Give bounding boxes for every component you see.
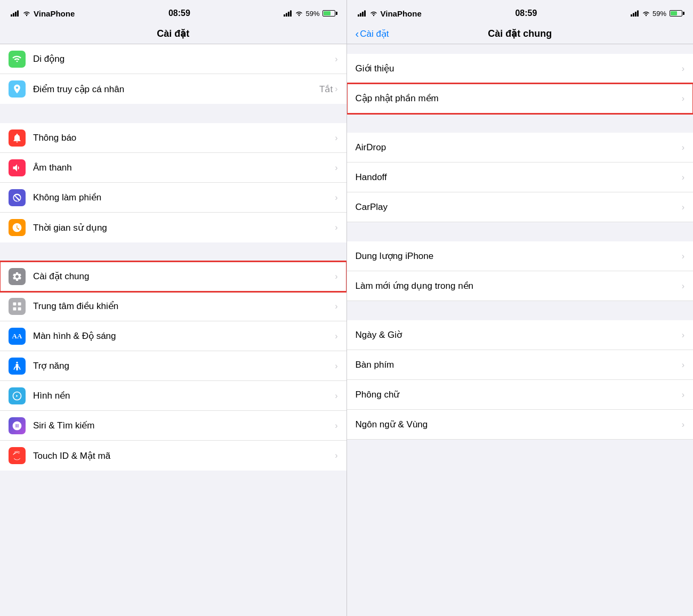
row-am-thanh-chevron: ›	[335, 163, 337, 173]
row-di-dong[interactable]: Di động ›	[0, 44, 346, 74]
row-ban-phim[interactable]: Bàn phím ›	[347, 350, 694, 380]
right-signal-icon	[358, 10, 367, 17]
right-status-bar: VinaPhone 08:59 59%	[347, 0, 694, 23]
left-section-2: Thông báo › Âm thanh › Không làm phiền	[0, 123, 346, 242]
svg-rect-2	[15, 12, 17, 17]
row-phong-chu[interactable]: Phông chữ ›	[347, 380, 694, 410]
row-gioi-thieu-content: Giới thiệu ›	[356, 63, 685, 74]
svg-rect-22	[635, 12, 636, 17]
right-carrier-text: VinaPhone	[381, 9, 422, 18]
left-battery-area: 59%	[284, 10, 335, 18]
row-carplay[interactable]: CarPlay ›	[347, 192, 694, 222]
row-man-hinh-chevron: ›	[335, 331, 337, 341]
row-touch-id[interactable]: Touch ID & Mật mã ›	[0, 441, 346, 471]
row-ban-phim-chevron: ›	[682, 360, 684, 370]
row-siri-chevron: ›	[335, 421, 337, 431]
icon-diem-truy-cap	[9, 80, 26, 98]
right-carrier: VinaPhone	[358, 9, 422, 18]
right-settings-list: Giới thiệu › Cập nhật phần mềm › AirDrop…	[347, 44, 694, 616]
svg-rect-1	[13, 13, 14, 17]
back-button[interactable]: ‹ Cài đặt	[356, 28, 389, 39]
row-ngon-ngu[interactable]: Ngôn ngữ & Vùng ›	[347, 410, 694, 440]
row-ngon-ngu-content: Ngôn ngữ & Vùng ›	[356, 419, 685, 430]
row-ngon-ngu-label: Ngôn ngữ & Vùng	[356, 419, 428, 430]
row-lam-moi[interactable]: Làm mới ứng dụng trong nền ›	[347, 271, 694, 301]
right-wifi-2	[642, 10, 650, 17]
row-siri-content: Siri & Tìm kiếm ›	[33, 420, 338, 431]
row-lam-moi-label: Làm mới ứng dụng trong nền	[356, 280, 474, 291]
row-am-thanh[interactable]: Âm thanh ›	[0, 153, 346, 183]
svg-rect-16	[360, 13, 361, 17]
row-phong-chu-chevron: ›	[682, 390, 684, 400]
svg-point-19	[373, 15, 374, 16]
row-hinh-nen-chevron: ›	[335, 391, 337, 401]
row-cap-nhat-content: Cập nhật phần mềm ›	[356, 93, 685, 104]
row-khong-lam-phien-chevron: ›	[335, 193, 337, 202]
row-trung-tam-label: Trung tâm điều khiển	[33, 301, 118, 312]
row-airdrop-content: AirDrop ›	[356, 142, 685, 153]
row-gioi-thieu[interactable]: Giới thiệu ›	[347, 54, 694, 84]
svg-rect-6	[286, 13, 287, 17]
left-nav-header: Cài đặt	[0, 23, 346, 44]
left-battery-pct: 59%	[305, 10, 319, 18]
right-nav-header: ‹ Cài đặt Cài đặt chung	[347, 23, 694, 44]
row-cap-nhat[interactable]: Cập nhật phần mềm ›	[347, 84, 694, 114]
row-ban-phim-content: Bàn phím ›	[356, 360, 685, 370]
row-diem-truy-cap[interactable]: Điểm truy cập cá nhân Tắt ›	[0, 74, 346, 104]
icon-cai-dat-chung	[9, 268, 26, 285]
row-man-hinh-label: Màn hình & Độ sáng	[33, 330, 116, 342]
left-nav-title: Cài đặt	[157, 28, 189, 39]
row-touch-id-label: Touch ID & Mật mã	[33, 450, 110, 461]
row-hinh-nen[interactable]: Hình nền ›	[0, 381, 346, 411]
icon-thoi-gian	[9, 219, 26, 236]
row-di-dong-chevron: ›	[335, 54, 337, 64]
right-section-3: Dung lượng iPhone › Làm mới ứng dụng tro…	[347, 241, 694, 301]
row-am-thanh-content: Âm thanh ›	[33, 163, 338, 173]
svg-rect-12	[13, 307, 17, 310]
row-man-hinh[interactable]: AA Màn hình & Độ sáng ›	[0, 321, 346, 351]
left-settings-list: Di động › Điểm truy cập cá nhân Tắt ›	[0, 44, 346, 616]
row-carplay-label: CarPlay	[356, 202, 388, 213]
row-cai-dat-chung[interactable]: Cài đặt chung ›	[0, 262, 346, 291]
right-signal-icon-left	[284, 10, 293, 17]
svg-rect-20	[631, 14, 632, 17]
svg-point-14	[16, 361, 18, 363]
row-ngay-gio-content: Ngày & Giờ ›	[356, 329, 685, 341]
row-trung-tam[interactable]: Trung tâm điều khiển ›	[0, 291, 346, 321]
row-handoff[interactable]: Handoff ›	[347, 163, 694, 192]
row-khong-lam-phien[interactable]: Không làm phiền ›	[0, 183, 346, 213]
row-lam-moi-chevron: ›	[682, 281, 684, 291]
icon-trung-tam	[9, 298, 26, 315]
right-time: 08:59	[515, 9, 537, 18]
row-dung-luong[interactable]: Dung lượng iPhone ›	[347, 241, 694, 271]
wifi-icon-right-left	[295, 10, 303, 17]
row-thoi-gian-label: Thời gian sử dụng	[33, 222, 107, 233]
icon-man-hinh: AA	[9, 328, 26, 345]
row-hinh-nen-label: Hình nền	[33, 390, 70, 401]
row-thong-bao-label: Thông báo	[33, 133, 76, 143]
row-cap-nhat-label: Cập nhật phần mềm	[356, 93, 439, 104]
row-airdrop[interactable]: AirDrop ›	[347, 133, 694, 163]
left-time: 08:59	[168, 9, 190, 18]
right-signal-2	[631, 10, 640, 17]
row-trung-tam-content: Trung tâm điều khiển ›	[33, 301, 338, 312]
row-thong-bao[interactable]: Thông báo ›	[0, 123, 346, 153]
row-khong-lam-phien-content: Không làm phiền ›	[33, 192, 338, 203]
row-tro-nang-label: Trợ năng	[33, 360, 69, 371]
row-thoi-gian-su-dung[interactable]: Thời gian sử dụng ›	[0, 213, 346, 242]
row-cai-dat-chung-content: Cài đặt chung ›	[33, 271, 338, 282]
row-tro-nang-chevron: ›	[335, 361, 337, 371]
right-wifi-icon	[369, 10, 378, 17]
svg-rect-8	[290, 11, 292, 17]
row-ngay-gio[interactable]: Ngày & Giờ ›	[347, 320, 694, 350]
row-tro-nang[interactable]: Trợ năng ›	[0, 351, 346, 381]
row-dung-luong-chevron: ›	[682, 252, 684, 261]
row-thong-bao-chevron: ›	[335, 133, 337, 143]
row-trung-tam-chevron: ›	[335, 302, 337, 311]
left-section-1: Di động › Điểm truy cập cá nhân Tắt ›	[0, 44, 346, 104]
row-diem-truy-cap-label: Điểm truy cập cá nhân	[33, 84, 124, 95]
row-thong-bao-content: Thông báo ›	[33, 133, 338, 143]
right-section-divider-2	[347, 222, 694, 241]
row-dung-luong-label: Dung lượng iPhone	[356, 250, 434, 262]
row-siri[interactable]: Siri & Tìm kiếm ›	[0, 411, 346, 441]
